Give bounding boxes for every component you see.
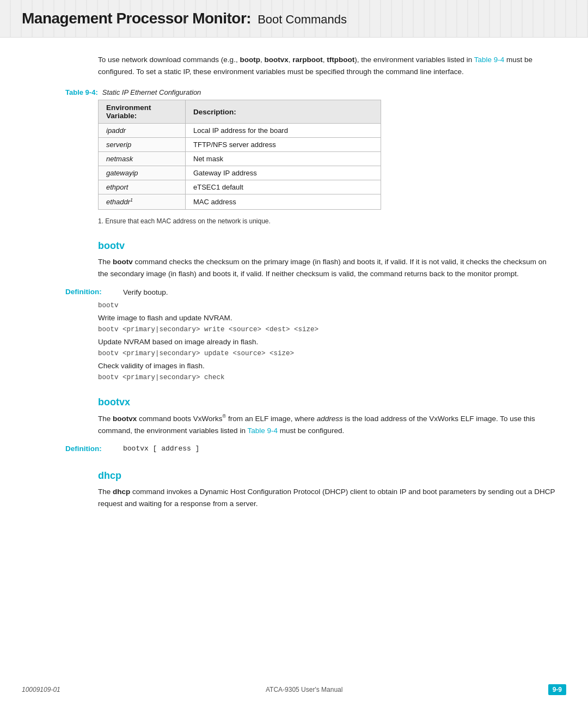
code-bootv-2: bootv <primary|secondary> write <source>… xyxy=(98,326,555,333)
table-row: serverip TFTP/NFS server address xyxy=(99,138,381,152)
table-row: ethport eTSEC1 default xyxy=(99,180,381,194)
var-netmask: netmask xyxy=(99,152,186,166)
plain-text-bootv-1: Write image to flash and update NVRAM. xyxy=(98,313,555,324)
definition-row-bootvx: Definition: bootvx [ address ] xyxy=(65,443,555,455)
code-bootv-4: bootv <primary|secondary> check xyxy=(98,374,555,381)
var-serverip: serverip xyxy=(99,138,186,152)
definition-value-bootv: Verify bootup. xyxy=(123,287,168,299)
section-body-bootv: The bootv command checks the checksum on… xyxy=(98,256,555,281)
page-header: Management Processor Monitor: Boot Comma… xyxy=(0,0,588,38)
definition-label-bootvx: Definition: xyxy=(65,443,123,453)
table-ref-bootvx[interactable]: Table 9-4 xyxy=(247,427,278,435)
plain-text-bootv-2: Update NVRAM based on image already in f… xyxy=(98,337,555,348)
code-bootv-1: bootv xyxy=(98,302,555,309)
main-content: To use network download commands (e.g., … xyxy=(0,38,588,550)
desc-ethaddr: MAC address xyxy=(186,194,381,209)
table-row: gatewayip Gateway IP address xyxy=(99,166,381,180)
var-gatewayip: gatewayip xyxy=(99,166,186,180)
table-label-row: Table 9-4: Static IP Ethernet Configurat… xyxy=(65,88,555,96)
section-heading-dhcp: dhcp xyxy=(98,470,555,482)
desc-ipaddr: Local IP address for the board xyxy=(186,124,381,138)
definition-value-bootvx: bootvx [ address ] xyxy=(123,443,199,455)
section-body-bootvx: The bootvx command boots VxWorks® from a… xyxy=(98,412,555,437)
cmd-tftpboot: tftpboot xyxy=(327,56,354,64)
table-ref-intro[interactable]: Table 9-4 xyxy=(474,56,505,64)
table-row: ipaddr Local IP address for the board xyxy=(99,124,381,138)
table-footnote: 1. Ensure that each MAC address on the n… xyxy=(98,217,555,225)
var-ethport: ethport xyxy=(99,180,186,194)
env-var-table: Environment Variable: Description: ipadd… xyxy=(98,100,381,209)
table-header-desc: Description: xyxy=(186,100,381,124)
section-body-dhcp: The dhcp command invokes a Dynamic Host … xyxy=(98,486,555,510)
section-heading-bootv: bootv xyxy=(98,240,555,252)
definition-label-bootv: Definition: xyxy=(65,287,123,296)
footer-manual-name: ATCA-9305 User's Manual xyxy=(266,686,342,693)
footer-doc-number: 10009109-01 xyxy=(22,686,60,693)
desc-serverip: TFTP/NFS server address xyxy=(186,138,381,152)
table-header-var: Environment Variable: xyxy=(99,100,186,124)
plain-text-bootv-3: Check validity of images in flash. xyxy=(98,361,555,372)
var-ipaddr: ipaddr xyxy=(99,124,186,138)
cmd-rarpboot: rarpboot xyxy=(292,56,323,64)
desc-netmask: Net mask xyxy=(186,152,381,166)
cmd-bootp: bootp xyxy=(240,56,260,64)
section-heading-bootvx: bootvx xyxy=(98,397,555,408)
table-row: netmask Net mask xyxy=(99,152,381,166)
table-label: Table 9-4: xyxy=(65,88,98,96)
table-row: ethaddr1 MAC address xyxy=(99,194,381,209)
intro-paragraph: To use network download commands (e.g., … xyxy=(98,54,555,77)
var-ethaddr: ethaddr1 xyxy=(99,194,186,209)
desc-ethport: eTSEC1 default xyxy=(186,180,381,194)
header-title-bold: Management Processor Monitor: xyxy=(22,10,251,27)
footer-page-badge: 9-9 xyxy=(548,684,566,695)
code-bootv-3: bootv <primary|secondary> update <source… xyxy=(98,350,555,357)
page: Management Processor Monitor: Boot Comma… xyxy=(0,0,588,706)
definition-row-bootv: Definition: Verify bootup. xyxy=(65,287,555,299)
page-footer: 10009109-01 ATCA-9305 User's Manual 9-9 xyxy=(0,684,588,695)
desc-gatewayip: Gateway IP address xyxy=(186,166,381,180)
table-caption: Static IP Ethernet Configuration xyxy=(102,88,201,96)
cmd-bootvx: bootvx xyxy=(264,56,288,64)
header-title-light: Boot Commands xyxy=(258,13,347,27)
